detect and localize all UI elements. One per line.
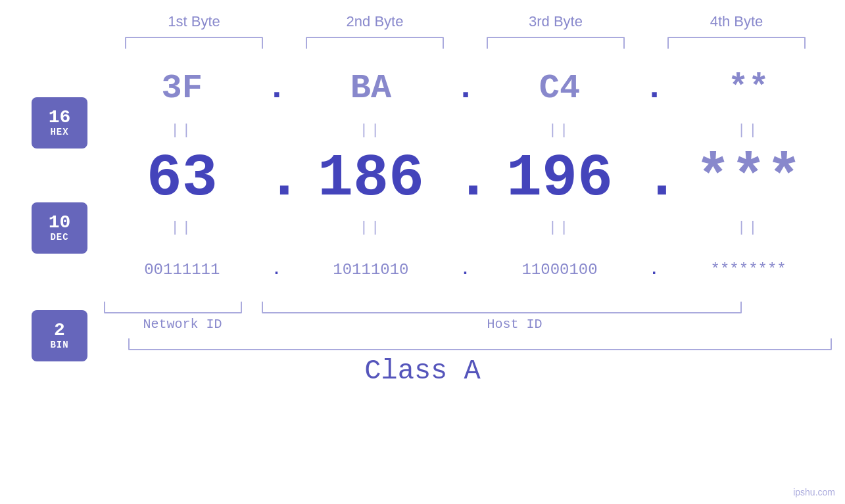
eq1-1: ||	[110, 122, 254, 139]
hex-name: HEX	[50, 127, 68, 137]
dot-hex-3: .	[644, 69, 664, 108]
eq1-2: ||	[299, 122, 443, 139]
eq2-2: ||	[299, 219, 443, 236]
dec-byte-2: 186	[299, 145, 443, 212]
main-container: 1st Byte 2nd Byte 3rd Byte 4th Byte 16 H…	[0, 0, 845, 504]
eq2-4: ||	[676, 219, 821, 236]
bracket-top-2	[306, 37, 444, 49]
bin-row: 00111111 . 10111010 . 11000100 . *******…	[104, 240, 827, 299]
equals-row-2: || || || ||	[104, 215, 827, 240]
dec-byte-1: 63	[110, 145, 254, 212]
network-host-labels: Network ID Host ID	[104, 317, 827, 332]
hex-row: 3F . BA . C4 . **	[104, 58, 827, 118]
dec-byte-4: ***	[676, 145, 821, 212]
base-dec-label: 10 DEC	[32, 202, 87, 254]
bracket-top-1	[125, 37, 263, 49]
byte-header-1: 1st Byte	[122, 13, 266, 30]
bin-byte-2: 10111010	[299, 261, 443, 279]
dot-bin-2: .	[455, 261, 475, 279]
hex-byte-3: C4	[487, 69, 632, 108]
bin-byte-4: ********	[676, 261, 821, 279]
dec-row: 63 . 186 . 196 . ***	[104, 143, 827, 215]
dot-dec-1: .	[266, 145, 286, 212]
dec-name: DEC	[50, 232, 68, 242]
byte-header-2: 2nd Byte	[302, 13, 447, 30]
dot-dec-3: .	[644, 145, 664, 212]
bracket-bottom-network	[104, 302, 242, 313]
bracket-bottom-host	[262, 302, 742, 313]
hex-byte-1: 3F	[110, 69, 254, 108]
hex-number: 16	[49, 108, 71, 127]
bracket-top-3	[487, 37, 625, 49]
byte-headers: 1st Byte 2nd Byte 3rd Byte 4th Byte	[104, 13, 827, 30]
eq1-3: ||	[487, 122, 632, 139]
bottom-brackets	[104, 302, 827, 313]
dot-hex-1: .	[266, 69, 286, 108]
host-id-label: Host ID	[275, 317, 755, 332]
class-label: Class A	[0, 355, 845, 387]
byte-header-4: 4th Byte	[664, 13, 809, 30]
bin-number: 2	[54, 321, 65, 340]
hex-byte-2: BA	[299, 69, 443, 108]
bin-name: BIN	[50, 340, 68, 350]
bracket-top-4	[667, 37, 806, 49]
base-bin-label: 2 BIN	[32, 310, 87, 361]
dot-dec-2: .	[455, 145, 475, 212]
bin-byte-1: 00111111	[110, 261, 254, 279]
network-id-label: Network ID	[104, 317, 262, 332]
dot-hex-2: .	[455, 69, 475, 108]
bin-byte-3: 11000100	[487, 261, 632, 279]
byte-header-3: 3rd Byte	[483, 13, 628, 30]
eq2-1: ||	[110, 219, 254, 236]
bracket-bottom-class	[128, 338, 832, 350]
dec-byte-3: 196	[487, 145, 632, 212]
equals-row-1: || || || ||	[104, 118, 827, 143]
eq1-4: ||	[676, 122, 821, 139]
hex-byte-4: **	[676, 69, 821, 108]
dec-number: 10	[49, 214, 71, 232]
eq2-3: ||	[487, 219, 632, 236]
dot-bin-3: .	[644, 261, 664, 279]
watermark: ipshu.com	[793, 487, 835, 497]
top-brackets	[104, 37, 827, 49]
dot-bin-1: .	[266, 261, 286, 279]
base-hex-label: 16 HEX	[32, 97, 87, 149]
